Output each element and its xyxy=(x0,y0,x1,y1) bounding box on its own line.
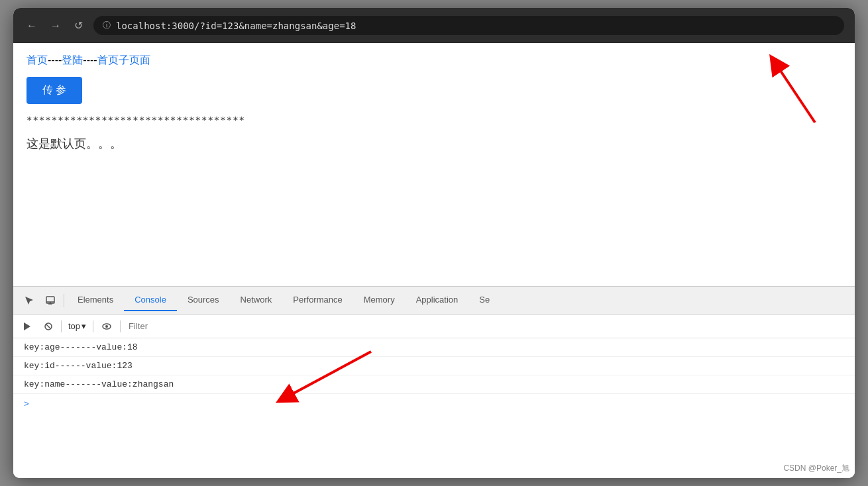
browser-window: ← → ↺ ⓘ localhost:3000/?id=123&name=zhan… xyxy=(13,8,855,478)
toolbar-separator-3 xyxy=(120,320,121,332)
forward-button[interactable]: → xyxy=(48,18,64,34)
url-display: localhost:3000/?id=123&name=zhangsan&age… xyxy=(116,21,356,31)
console-line-1: key:age-------value:18 xyxy=(13,338,855,357)
tab-performance[interactable]: Performance xyxy=(282,289,353,311)
nav-link-home[interactable]: 首页 xyxy=(27,54,48,66)
nav-links: 首页----登陆----首页子页面 xyxy=(27,54,841,68)
clear-icon-btn[interactable] xyxy=(40,319,57,334)
watermark: CSDN @Poker_旭 xyxy=(783,463,849,474)
address-bar[interactable]: ⓘ localhost:3000/?id=123&name=zhangsan&a… xyxy=(93,16,844,35)
default-page-text: 这是默认页。。。 xyxy=(27,136,841,152)
toolbar-separator-2 xyxy=(93,320,93,332)
console-line-3: key:name-------value:zhangsan xyxy=(13,375,855,394)
browser-chrome: ← → ↺ ⓘ localhost:3000/?id=123&name=zhan… xyxy=(13,8,855,43)
tab-application[interactable]: Application xyxy=(406,289,469,311)
tab-console[interactable]: Console xyxy=(124,289,177,311)
svg-line-8 xyxy=(46,324,50,328)
tab-elements[interactable]: Elements xyxy=(67,289,124,311)
console-prompt[interactable]: > xyxy=(13,394,855,414)
tab-network[interactable]: Network xyxy=(230,289,283,311)
svg-line-1 xyxy=(775,63,815,122)
cursor-icon-btn[interactable] xyxy=(19,291,40,310)
back-button[interactable]: ← xyxy=(24,18,40,34)
dropdown-icon: ▾ xyxy=(81,321,86,331)
stars-line: *********************************** xyxy=(27,115,841,125)
tab-security[interactable]: Se xyxy=(468,289,500,311)
devtools-panel: Elements Console Sources Network Perform… xyxy=(13,286,855,478)
reload-button[interactable]: ↺ xyxy=(72,18,85,34)
console-toolbar: top ▾ xyxy=(13,315,855,338)
arrow-top-right xyxy=(762,50,828,129)
inspect-icon-btn[interactable] xyxy=(40,291,61,310)
tab-sources[interactable]: Sources xyxy=(177,289,230,311)
eye-icon-btn[interactable] xyxy=(97,319,116,334)
toolbar-separator xyxy=(61,320,62,332)
svg-point-10 xyxy=(105,325,108,328)
run-icon-btn[interactable] xyxy=(19,319,36,334)
page-content: 首页----登陆----首页子页面 传 参 ******************… xyxy=(13,43,855,286)
nav-link-login[interactable]: 登陆 xyxy=(62,54,83,66)
top-selector[interactable]: top ▾ xyxy=(66,320,89,332)
svg-line-12 xyxy=(285,352,371,398)
arrow-console xyxy=(265,345,398,424)
nav-link-subpage[interactable]: 首页子页面 xyxy=(97,54,150,66)
console-line-2: key:id------value:123 xyxy=(13,357,855,375)
devtools-tabs: Elements Console Sources Network Perform… xyxy=(13,287,855,315)
lock-icon: ⓘ xyxy=(103,20,111,31)
filter-input[interactable] xyxy=(125,320,849,332)
svg-marker-6 xyxy=(24,322,30,330)
tab-memory[interactable]: Memory xyxy=(353,289,406,311)
chuancan-button[interactable]: 传 参 xyxy=(27,77,82,104)
console-output: key:age-------value:18 key:id------value… xyxy=(13,338,855,478)
tab-separator xyxy=(64,294,64,307)
top-label: top xyxy=(68,321,80,331)
prompt-symbol: > xyxy=(24,399,29,409)
